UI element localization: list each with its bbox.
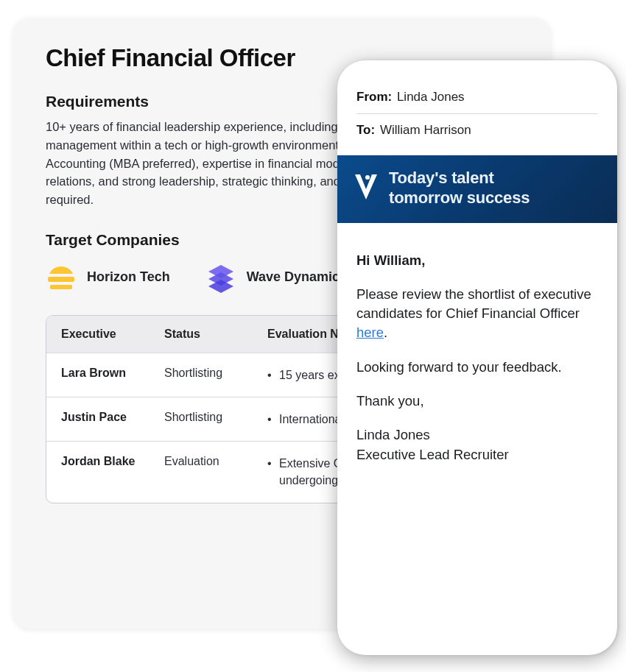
from-label: From: xyxy=(356,90,392,104)
divider xyxy=(356,113,598,114)
email-header: From: Linda Jones To: William Harrison xyxy=(337,60,617,155)
email-paragraph: Thank you, xyxy=(356,392,598,411)
from-value: Linda Jones xyxy=(397,90,465,104)
svg-marker-4 xyxy=(208,280,233,293)
svg-point-5 xyxy=(365,175,370,180)
cell-executive: Jordan Blake xyxy=(61,455,164,468)
banner-line2: tomorrow success xyxy=(389,188,530,208)
cell-executive: Justin Pace xyxy=(61,411,164,424)
shortlist-link[interactable]: here xyxy=(356,325,384,340)
company-item: Horizon Tech xyxy=(46,262,170,293)
banner-logo-icon xyxy=(354,173,379,204)
email-from-field: From: Linda Jones xyxy=(356,82,598,112)
header-executive: Executive xyxy=(61,328,164,341)
svg-rect-0 xyxy=(48,277,74,282)
banner-line1: Today's talent xyxy=(389,169,530,188)
cell-executive: Lara Brown xyxy=(61,367,164,380)
email-paragraph: Please review the shortlist of executive… xyxy=(356,285,598,343)
para-text: Please review the shortlist of executive… xyxy=(356,286,591,321)
banner-text: Today's talent tomorrow success xyxy=(389,169,530,208)
to-label: To: xyxy=(356,123,375,137)
company-item: Wave Dynamics xyxy=(205,262,347,293)
signature-title: Executive Lead Recruiter xyxy=(356,445,598,464)
para-text: . xyxy=(384,325,387,340)
header-status: Status xyxy=(164,328,267,341)
email-banner: Today's talent tomorrow success xyxy=(337,155,617,223)
horizon-tech-icon xyxy=(46,262,77,293)
email-to-field: To: William Harrison xyxy=(356,116,598,145)
cell-status: Shortlisting xyxy=(164,367,267,380)
wave-dynamics-icon xyxy=(205,262,236,293)
signature-name: Linda Jones xyxy=(356,425,598,445)
to-value: William Harrison xyxy=(380,123,471,137)
phone-mockup: From: Linda Jones To: William Harrison T… xyxy=(337,60,617,655)
svg-rect-1 xyxy=(50,285,72,289)
email-body: Hi William, Please review the shortlist … xyxy=(337,223,617,498)
company-name: Wave Dynamics xyxy=(247,269,347,285)
email-paragraph: Looking forward to your feedback. xyxy=(356,358,598,377)
company-name: Horizon Tech xyxy=(87,269,170,285)
email-signature: Linda Jones Executive Lead Recruiter xyxy=(356,425,598,464)
cell-status: Evaluation xyxy=(164,455,267,468)
email-salutation: Hi William, xyxy=(356,251,598,270)
cell-status: Shortlisting xyxy=(164,411,267,424)
